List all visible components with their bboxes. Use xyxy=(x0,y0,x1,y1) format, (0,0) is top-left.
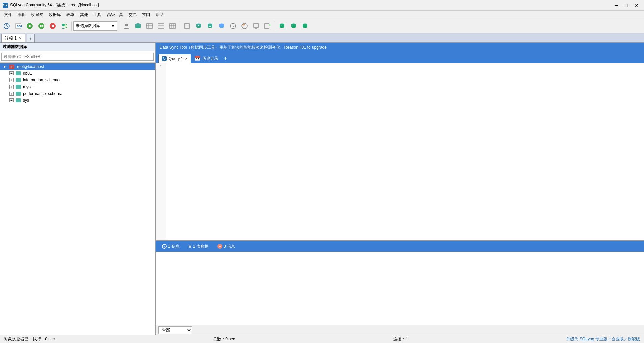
toolbar-export2-btn[interactable]: → xyxy=(288,21,299,31)
close-button[interactable]: ✕ xyxy=(632,2,641,9)
conn-tab-add-button[interactable]: + xyxy=(27,34,35,42)
result-tab-info[interactable]: i 1 信息 xyxy=(158,242,183,251)
svg-point-33 xyxy=(196,26,201,28)
query-textarea[interactable] xyxy=(169,64,641,238)
sys-expand-icon[interactable]: + xyxy=(9,98,14,102)
result-bottom: 全部 xyxy=(156,325,644,335)
toolbar-stop-btn[interactable] xyxy=(47,21,58,31)
toolbar-export3-btn[interactable] xyxy=(300,21,310,31)
svg-rect-44 xyxy=(253,24,259,27)
query-tab-icon: Q xyxy=(162,56,167,61)
conn-tab-1[interactable]: 连接 1 ✕ xyxy=(1,34,25,42)
information-schema-expand-icon[interactable]: + xyxy=(9,78,14,82)
query-tabs: Q Query 1 × 📅 历史记录 + xyxy=(156,52,644,63)
menu-edit[interactable]: 编辑 xyxy=(15,11,28,19)
toolbar-execute-current-btn[interactable] xyxy=(36,21,47,31)
connection-tabs: 连接 1 ✕ + xyxy=(0,33,644,43)
sidebar: 过滤器数据库 ▼ ⊞ root@localhost + db01 + infor… xyxy=(0,43,156,335)
query-tab-1-close-icon[interactable]: × xyxy=(185,57,187,61)
query-tab-add-button[interactable]: + xyxy=(222,54,229,63)
conn-tab-close-icon[interactable]: ✕ xyxy=(19,36,22,41)
statusbar-center: 总数：0 sec xyxy=(213,336,235,342)
upgrade-link[interactable]: 升级为 SQLyog 专业版／企业版／旗舰版 xyxy=(566,336,640,342)
menu-favorites[interactable]: 收藏夹 xyxy=(28,11,46,19)
performance-schema-expand-icon[interactable]: + xyxy=(9,92,14,96)
toolbar-db-create-btn[interactable] xyxy=(133,21,143,31)
svg-point-11 xyxy=(125,24,128,26)
performance-schema-label: performance_schema xyxy=(23,91,62,96)
menu-transaction[interactable]: 交易 xyxy=(126,11,139,19)
table-icon: ⊞ xyxy=(188,244,192,249)
sidebar-header: 过滤器数据库 xyxy=(0,43,155,51)
mysql-label: mysql xyxy=(23,84,33,89)
toolbar-profile-btn[interactable] xyxy=(59,21,70,31)
mysql-db-icon xyxy=(16,85,21,89)
performance-schema-db-icon xyxy=(16,92,21,96)
result-tab-warn[interactable]: ● 3 信息 xyxy=(214,242,239,251)
db01-expand-icon[interactable]: + xyxy=(9,71,14,75)
result-scope-select[interactable]: 全部 xyxy=(158,326,192,334)
menu-table[interactable]: 表单 xyxy=(64,11,77,19)
query-tab-1[interactable]: Q Query 1 × xyxy=(158,54,191,63)
db-item-performance-schema[interactable]: + performance_schema xyxy=(0,90,155,97)
toolbar-table-ops-btn[interactable] xyxy=(156,21,166,31)
svg-text:SQL: SQL xyxy=(17,25,22,28)
history-tab[interactable]: 📅 历史记录 xyxy=(191,54,222,63)
svg-text:+: + xyxy=(281,25,282,27)
menu-other[interactable]: 其他 xyxy=(77,11,91,19)
db-tree: ▼ ⊞ root@localhost + db01 + information_… xyxy=(0,63,155,335)
mysql-expand-icon[interactable]: + xyxy=(9,85,14,89)
root-icon: ⊞ xyxy=(9,65,14,69)
svg-text:→: → xyxy=(293,25,295,27)
db-item-mysql[interactable]: + mysql xyxy=(0,83,155,90)
svg-point-39 xyxy=(219,26,224,28)
toolbar-table-create-btn[interactable] xyxy=(144,21,155,31)
db-select-label: 未选择数据库 xyxy=(76,23,100,29)
minimize-button[interactable]: ─ xyxy=(612,2,621,9)
toolbar-reconnect-btn[interactable] xyxy=(1,21,12,31)
toolbar-schema-btn[interactable] xyxy=(182,21,192,31)
result-tabs: i 1 信息 ⊞ 2 表数据 ● 3 信息 xyxy=(156,241,644,252)
filter-box xyxy=(0,51,155,63)
toolbar-history-btn[interactable] xyxy=(239,21,250,31)
toolbar-monitor-btn[interactable] xyxy=(251,21,261,31)
app-title: SQLyog Community 64 - [连接1 - root@localh… xyxy=(10,2,99,8)
result-tab-tabledata[interactable]: ⊞ 2 表数据 xyxy=(185,242,212,251)
menu-database[interactable]: 数据库 xyxy=(46,11,64,19)
menu-advanced-tools[interactable]: 高级工具 xyxy=(104,11,126,19)
toolbar-execute-btn[interactable] xyxy=(24,21,35,31)
toolbar-col-ops-btn[interactable] xyxy=(167,21,178,31)
menu-help[interactable]: 帮助 xyxy=(153,11,166,19)
toolbar-user-btn[interactable] xyxy=(121,21,132,31)
menu-file[interactable]: 文件 xyxy=(1,11,15,19)
query-tab-1-label: Query 1 xyxy=(169,56,183,61)
toolbar-backup-btn[interactable] xyxy=(193,21,204,31)
result-tab-tabledata-label: 2 表数据 xyxy=(193,244,209,249)
svg-rect-47 xyxy=(265,23,269,29)
toolbar-new-query-btn[interactable]: SQL xyxy=(13,21,24,31)
menu-tools[interactable]: 工具 xyxy=(91,11,104,19)
toolbar-export1-btn[interactable]: + xyxy=(277,21,288,31)
information-schema-db-icon xyxy=(16,78,21,82)
maximize-button[interactable]: □ xyxy=(622,2,631,9)
information-schema-label: information_schema xyxy=(23,78,60,82)
query-editor[interactable]: 1 xyxy=(156,63,644,240)
db-item-information-schema[interactable]: + information_schema xyxy=(0,77,155,83)
svg-rect-22 xyxy=(169,24,176,28)
filter-input[interactable] xyxy=(1,53,154,61)
warn-icon: ● xyxy=(217,244,222,249)
line-number-1: 1 xyxy=(160,64,162,69)
toolbar-db-select[interactable]: 未选择数据库 ▼ xyxy=(73,21,117,31)
db-item-sys[interactable]: + sys xyxy=(0,97,155,104)
toolbar-restore-btn[interactable] xyxy=(205,21,215,31)
db-item-db01[interactable]: + db01 xyxy=(0,70,155,77)
toolbar-sync-btn[interactable] xyxy=(216,21,227,31)
menu-window[interactable]: 窗口 xyxy=(139,11,153,19)
root-label: root@localhost xyxy=(17,64,44,69)
svg-point-10 xyxy=(62,24,65,26)
notification-text: Data Sync Tool（数据同步工具）用基于算法的智能校验来检测变化：Re… xyxy=(160,45,327,50)
toolbar-import-btn[interactable] xyxy=(262,21,273,31)
toolbar-schedule-btn[interactable] xyxy=(228,21,238,31)
tree-root-node[interactable]: ▼ ⊞ root@localhost xyxy=(0,63,155,70)
editor-content[interactable] xyxy=(166,63,644,240)
